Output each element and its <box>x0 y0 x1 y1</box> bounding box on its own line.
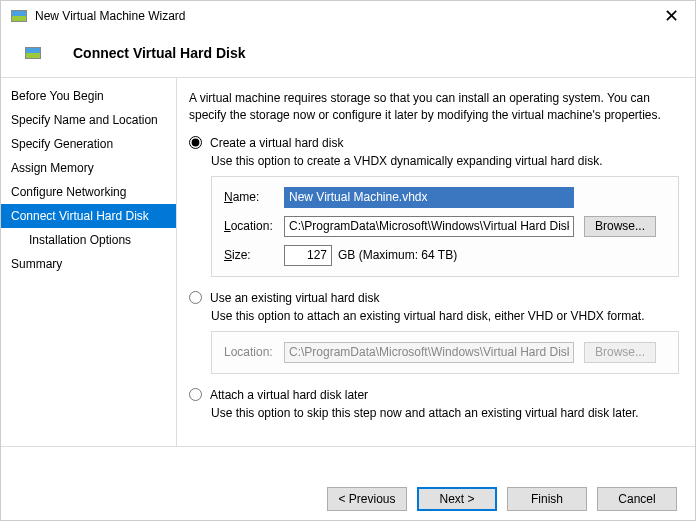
step-summary[interactable]: Summary <box>1 252 176 276</box>
size-input[interactable] <box>284 245 332 266</box>
page-title: Connect Virtual Hard Disk <box>73 45 245 61</box>
header-icon <box>25 47 41 59</box>
option-existing: Use an existing virtual hard disk Use th… <box>189 291 679 374</box>
window-title: New Virtual Machine Wizard <box>35 9 658 23</box>
existing-location-label: Location: <box>224 345 284 359</box>
step-configure-networking[interactable]: Configure Networking <box>1 180 176 204</box>
step-installation-options[interactable]: Installation Options <box>1 228 176 252</box>
cancel-button[interactable]: Cancel <box>597 487 677 511</box>
option-later: Attach a virtual hard disk later Use thi… <box>189 388 679 420</box>
close-icon[interactable]: ✕ <box>658 7 685 25</box>
radio-later-label: Attach a virtual hard disk later <box>210 388 368 402</box>
step-before-you-begin[interactable]: Before You Begin <box>1 84 176 108</box>
name-label: Name: <box>224 190 284 204</box>
wizard-content: A virtual machine requires storage so th… <box>177 78 695 446</box>
finish-button[interactable]: Finish <box>507 487 587 511</box>
wizard-header: Connect Virtual Hard Disk <box>1 31 695 77</box>
previous-button[interactable]: < Previous <box>327 487 407 511</box>
location-input[interactable] <box>284 216 574 237</box>
existing-desc: Use this option to attach an existing vi… <box>189 309 679 323</box>
later-desc: Use this option to skip this step now an… <box>189 406 679 420</box>
radio-later[interactable] <box>189 388 202 401</box>
step-specify-generation[interactable]: Specify Generation <box>1 132 176 156</box>
size-label: Size: <box>224 248 284 262</box>
wizard-footer: < Previous Next > Finish Cancel <box>1 478 695 520</box>
option-create: Create a virtual hard disk Use this opti… <box>189 136 679 277</box>
next-button[interactable]: Next > <box>417 487 497 511</box>
browse-button[interactable]: Browse... <box>584 216 656 237</box>
existing-browse-button: Browse... <box>584 342 656 363</box>
create-desc: Use this option to create a VHDX dynamic… <box>189 154 679 168</box>
existing-location-input <box>284 342 574 363</box>
radio-create[interactable] <box>189 136 202 149</box>
radio-existing[interactable] <box>189 291 202 304</box>
app-icon <box>11 10 27 22</box>
step-assign-memory[interactable]: Assign Memory <box>1 156 176 180</box>
radio-existing-label: Use an existing virtual hard disk <box>210 291 379 305</box>
step-specify-name[interactable]: Specify Name and Location <box>1 108 176 132</box>
wizard-steps: Before You Begin Specify Name and Locati… <box>1 78 177 446</box>
name-input[interactable] <box>284 187 574 208</box>
location-label: Location: <box>224 219 284 233</box>
intro-text: A virtual machine requires storage so th… <box>189 90 679 124</box>
size-unit: GB (Maximum: 64 TB) <box>338 248 457 262</box>
title-bar: New Virtual Machine Wizard ✕ <box>1 1 695 31</box>
create-panel: Name: Location: Browse... Size: GB (Maxi… <box>211 176 679 277</box>
existing-panel: Location: Browse... <box>211 331 679 374</box>
radio-create-label: Create a virtual hard disk <box>210 136 343 150</box>
step-connect-vhd[interactable]: Connect Virtual Hard Disk <box>1 204 176 228</box>
